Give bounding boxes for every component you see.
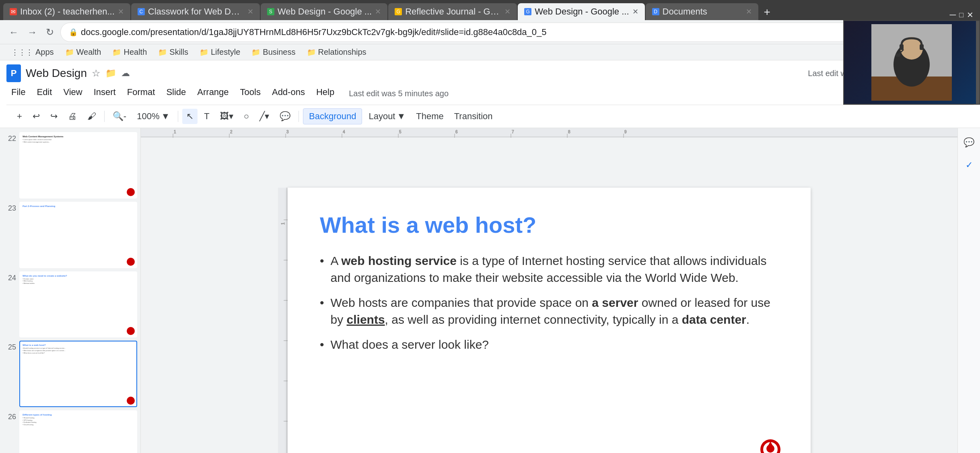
slide-bullet-3: • What does a server look like?: [320, 336, 778, 353]
camera-scrollbar: [976, 21, 979, 104]
menu-addons[interactable]: Add-ons: [267, 85, 310, 102]
bold-clients: clients: [347, 313, 385, 326]
tab-classwork[interactable]: C Classwork for Web Des... ✕: [131, 3, 260, 20]
tab-close-classwork[interactable]: ✕: [247, 7, 253, 16]
menu-arrange[interactable]: Arrange: [192, 85, 233, 102]
tab-label-classwork: Classwork for Web Des...: [148, 6, 244, 17]
slide-thumb-22[interactable]: 22 Web Content Management Systems • Lore…: [3, 132, 137, 199]
menu-slide[interactable]: Slide: [161, 85, 191, 102]
tab-favicon-active: G: [524, 8, 531, 15]
menu-insert[interactable]: Insert: [89, 85, 121, 102]
tab-close-slides[interactable]: ✕: [375, 7, 381, 16]
menu-help[interactable]: Help: [311, 85, 339, 102]
bookmark-relationships[interactable]: 📁 Relationships: [302, 46, 371, 58]
docs-toolbar: + ↩ ↪ 🖨 🖌 🔍- 100% ▼ ↖ T 🖼▾ ○ ╱▾ 💬: [6, 105, 974, 128]
svg-text:2: 2: [230, 130, 233, 134]
toolbar-line-button[interactable]: ╱▾: [255, 109, 273, 124]
slide-26-content: • Shared hosting• VPS hosting• Dedicated…: [23, 417, 134, 426]
toolbar-paintformat-button[interactable]: 🖌: [83, 109, 100, 124]
tab-slides[interactable]: S Web Design - Google ... ✕: [261, 3, 387, 20]
bookmark-health-label: Health: [124, 48, 147, 57]
toolbar-shapes-button[interactable]: ○: [240, 109, 253, 124]
horizontal-ruler: 1 2 3 4 5 6 7 8 9: [141, 128, 957, 138]
toolbar-redo-button[interactable]: ↪: [46, 109, 62, 124]
transition-button[interactable]: Transition: [450, 109, 497, 124]
sidebar-chat-icon[interactable]: 💬: [961, 134, 977, 151]
toolbar-image-button[interactable]: 🖼▾: [216, 109, 237, 124]
layout-button[interactable]: Layout ▼: [364, 109, 410, 124]
navigation-bar: ← → ↻ 🔒 docs.google.com/presentation/d/1…: [0, 20, 980, 44]
zoom-chevron: ▼: [161, 111, 170, 122]
slide-canvas[interactable]: What is a web host? • A web hosting serv…: [288, 188, 811, 453]
toolbar-insert-button[interactable]: +: [13, 109, 26, 124]
toolbar-print-button[interactable]: 🖨: [64, 109, 81, 124]
slide-thumb-23[interactable]: 23 Part 2-Process and Planning: [3, 202, 137, 268]
bookmark-apps-label: Apps: [35, 48, 54, 57]
relationships-folder-icon: 📁: [307, 48, 316, 57]
toolbar-textbox-button[interactable]: T: [200, 109, 213, 124]
editor-area: 1 2 3 4 5 6 7 8 9: [141, 128, 957, 453]
background-button[interactable]: Background: [303, 108, 362, 124]
forward-button[interactable]: →: [25, 24, 39, 40]
slide-thumb-24[interactable]: 24 What do you need to create a website?…: [3, 271, 137, 338]
theme-button[interactable]: Theme: [412, 109, 447, 124]
slide-thumb-25[interactable]: 25 What is a web host? • A web hosting s…: [3, 341, 137, 407]
close-window-button[interactable]: ✕: [967, 10, 974, 20]
tab-close-active[interactable]: ✕: [632, 7, 638, 16]
docs-header: P Web Design ☆ 📁 ☁ Last edit was 5 minut…: [0, 60, 980, 128]
tab-bar: ✉ Inbox (2) - teacherhen... ✕ C Classwor…: [0, 0, 980, 20]
svg-text:9: 9: [624, 130, 627, 134]
toolbar-comment-button[interactable]: 💬: [276, 109, 294, 124]
tab-close-docs[interactable]: ✕: [746, 7, 752, 16]
address-bar[interactable]: 🔒 docs.google.com/presentation/d/1gaJ8jj…: [60, 23, 917, 42]
menu-tools[interactable]: Tools: [235, 85, 266, 102]
tab-close-journal[interactable]: ✕: [504, 7, 511, 16]
bullet-dot-1: •: [320, 252, 324, 286]
folder-icon[interactable]: 📁: [105, 68, 116, 79]
svg-rect-20: [278, 188, 288, 453]
slide-title: What is a web host?: [320, 212, 778, 238]
bookmark-lifestyle[interactable]: 📁 Lifestyle: [195, 46, 245, 58]
bookmark-lifestyle-label: Lifestyle: [211, 48, 240, 57]
menu-format[interactable]: Format: [122, 85, 160, 102]
toolbar-zoom-out-button[interactable]: 🔍-: [109, 109, 130, 124]
toolbar-undo-button[interactable]: ↩: [29, 109, 44, 124]
tab-close-gmail[interactable]: ✕: [118, 7, 124, 16]
slide-25-title: What is a web host?: [23, 344, 134, 346]
toolbar-zoom-dropdown[interactable]: 100% ▼: [133, 109, 174, 124]
bookmark-apps[interactable]: ⋮⋮⋮ Apps: [6, 46, 59, 58]
bookmark-skills[interactable]: 📁 Skills: [153, 46, 193, 58]
tab-gmail[interactable]: ✉ Inbox (2) - teacherhen... ✕: [3, 3, 130, 20]
tab-journal[interactable]: G Reflective Journal - Go... ✕: [388, 3, 517, 20]
slide-number-24: 24: [3, 271, 16, 282]
sidebar-check-icon[interactable]: ✓: [961, 157, 977, 173]
slide-preview-26: Different types of hosting • Shared host…: [19, 410, 137, 453]
slide-thumb-26[interactable]: 26 Different types of hosting • Shared h…: [3, 410, 137, 453]
business-folder-icon: 📁: [251, 48, 260, 57]
restore-button[interactable]: □: [959, 11, 964, 19]
menu-file[interactable]: File: [6, 85, 30, 102]
bookmark-business[interactable]: 📁 Business: [247, 46, 300, 58]
new-tab-button[interactable]: +: [761, 4, 774, 20]
cloud-icon[interactable]: ☁: [121, 68, 130, 79]
toolbar-cursor-button[interactable]: ↖: [182, 109, 198, 124]
svg-rect-39: [900, 44, 904, 50]
zoom-level: 100%: [137, 111, 159, 122]
bookmark-health[interactable]: 📁 Health: [107, 46, 152, 58]
menu-edit[interactable]: Edit: [32, 85, 57, 102]
bookmark-wealth[interactable]: 📁 Wealth: [60, 46, 106, 58]
menu-view[interactable]: View: [58, 85, 87, 102]
svg-text:5: 5: [399, 130, 401, 134]
slide-number-25: 25: [3, 341, 16, 352]
star-icon[interactable]: ☆: [92, 68, 101, 79]
tab-docs[interactable]: D Documents ✕: [646, 3, 758, 20]
bookmark-skills-label: Skills: [169, 48, 188, 57]
bold-a-server: a server: [592, 296, 638, 309]
minimize-button[interactable]: ─: [950, 10, 956, 20]
refresh-button[interactable]: ↻: [43, 24, 56, 40]
bold-data-center: data center: [682, 313, 746, 326]
tab-webdesign-active[interactable]: G Web Design - Google ... ✕: [518, 3, 644, 20]
back-button[interactable]: ←: [6, 24, 21, 40]
slides-main-area: 22 Web Content Management Systems • Lore…: [0, 128, 980, 453]
wealth-folder-icon: 📁: [65, 48, 74, 57]
